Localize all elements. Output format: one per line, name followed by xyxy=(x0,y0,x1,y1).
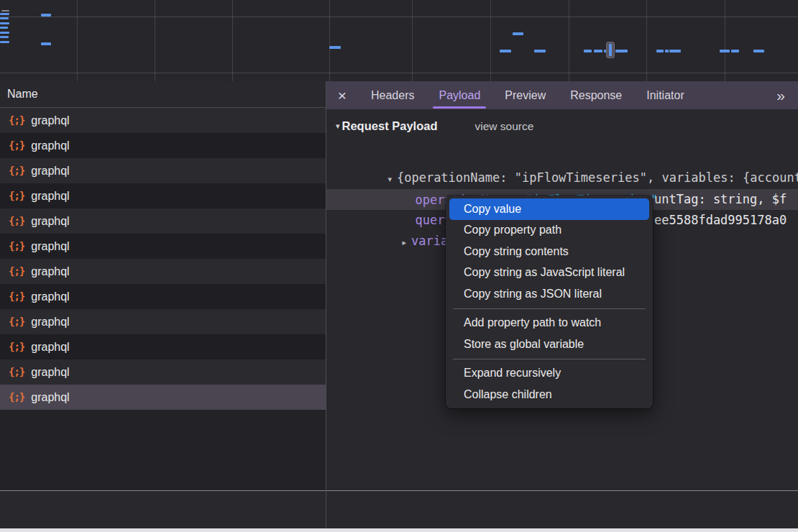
menu-item-copy-string-contents[interactable]: Copy string contents xyxy=(449,241,649,262)
request-name: graphql xyxy=(31,190,69,203)
timeline-gridline xyxy=(0,73,798,73)
request-waterfall-bar[interactable] xyxy=(594,50,602,52)
table-row[interactable]: {;}graphql xyxy=(0,284,326,309)
request-waterfall-bar[interactable] xyxy=(0,32,9,34)
timeline-gridline xyxy=(0,17,798,17)
json-request-icon: {;} xyxy=(9,265,24,277)
timeline-gridline xyxy=(725,0,725,81)
request-waterfall-bar[interactable] xyxy=(513,32,523,35)
request-waterfall-bar[interactable] xyxy=(753,50,764,52)
request-name: graphql xyxy=(31,114,69,127)
request-name: graphql xyxy=(31,265,69,278)
table-row[interactable]: {;}graphql xyxy=(0,133,326,158)
json-request-icon: {;} xyxy=(9,316,24,327)
table-row[interactable]: {;}graphql xyxy=(0,208,326,234)
footer-divider xyxy=(0,490,798,491)
table-row[interactable]: {;}graphql xyxy=(0,309,326,334)
json-request-icon: {;} xyxy=(9,114,24,126)
request-waterfall-bar[interactable] xyxy=(41,42,51,45)
summary-footer xyxy=(0,491,798,528)
request-waterfall-bar[interactable] xyxy=(584,50,592,52)
operation-name-row[interactable]: operationName: "ipFlowTimeseries" xyxy=(371,169,658,190)
requests-panel: Name {;}graphql{;}graphql{;}graphql{;}gr… xyxy=(0,81,326,490)
request-name: graphql xyxy=(31,391,69,404)
request-waterfall-bar[interactable] xyxy=(0,41,9,43)
request-name: graphql xyxy=(31,341,69,354)
more-tabs-icon[interactable]: » xyxy=(776,87,798,104)
query-row-fragment: untTag: string, $f xyxy=(654,189,786,210)
menu-separator xyxy=(453,359,646,359)
table-row[interactable]: {;}graphql xyxy=(0,183,326,208)
request-payload-header: ▾ Request Payload view source xyxy=(336,119,533,133)
request-waterfall-bar[interactable] xyxy=(656,50,664,52)
payload-root-row[interactable]: ▾{operationName: "ipFlowTimeseries", var… xyxy=(344,147,798,168)
timeline-gridline xyxy=(329,0,330,81)
request-name: graphql xyxy=(31,366,69,379)
request-waterfall-bar[interactable] xyxy=(41,14,51,17)
menu-item-copy-string-as-javascript-literal[interactable]: Copy string as JavaScript literal xyxy=(449,262,649,284)
request-waterfall-bar[interactable] xyxy=(669,50,681,52)
menu-item-expand-recursively[interactable]: Expand recursively xyxy=(449,363,649,385)
table-row[interactable]: {;}graphql xyxy=(0,158,326,183)
view-source-link[interactable]: view source xyxy=(475,120,534,133)
request-waterfall-bar[interactable] xyxy=(615,50,628,52)
timeline-gridline xyxy=(155,0,155,81)
request-waterfall-bar[interactable] xyxy=(0,22,9,24)
request-waterfall-bar[interactable] xyxy=(720,50,730,52)
request-waterfall-bar[interactable] xyxy=(0,36,9,38)
table-row[interactable]: {;}graphql xyxy=(0,259,326,284)
panel-split-divider[interactable] xyxy=(326,81,326,528)
section-title: Request Payload xyxy=(342,119,438,133)
collapse-triangle-icon[interactable]: ▾ xyxy=(336,121,340,131)
table-row[interactable]: {;}graphql xyxy=(0,359,326,385)
tab-payload[interactable]: Payload xyxy=(426,81,492,109)
json-request-icon: {;} xyxy=(9,190,24,201)
request-waterfall-bar[interactable] xyxy=(731,50,739,52)
request-waterfall-bar[interactable] xyxy=(329,46,341,49)
menu-item-add-property-path-to-watch[interactable]: Add property path to watch xyxy=(449,313,649,334)
detail-tab-bar: × HeadersPayloadPreviewResponseInitiator… xyxy=(326,81,798,109)
timeline-gridline xyxy=(232,0,233,81)
menu-separator xyxy=(453,308,646,309)
table-row[interactable]: {;}graphql xyxy=(0,108,326,133)
selected-request-marker xyxy=(606,42,615,58)
table-row[interactable]: {;}graphql xyxy=(0,385,326,410)
menu-item-copy-value[interactable]: Copy value xyxy=(449,198,649,220)
collapsed-triangle-icon[interactable]: ▸ xyxy=(402,238,406,247)
json-request-icon: {;} xyxy=(9,290,24,302)
menu-item-copy-string-as-json-literal[interactable]: Copy string as JSON literal xyxy=(449,283,649,305)
table-row[interactable]: {;}graphql xyxy=(0,234,326,259)
json-request-icon: {;} xyxy=(9,366,24,377)
request-name: graphql xyxy=(31,165,69,178)
request-list: {;}graphql{;}graphql{;}graphql{;}graphql… xyxy=(0,108,326,410)
menu-item-collapse-children[interactable]: Collapse children xyxy=(449,384,649,405)
name-column-header[interactable]: Name xyxy=(0,81,326,108)
request-waterfall-bar[interactable] xyxy=(1,10,9,12)
request-waterfall-bar[interactable] xyxy=(0,13,9,15)
tab-preview[interactable]: Preview xyxy=(492,81,558,109)
tab-headers[interactable]: Headers xyxy=(359,81,426,109)
tab-response[interactable]: Response xyxy=(558,81,634,109)
request-name: graphql xyxy=(31,139,69,152)
json-request-icon: {;} xyxy=(9,240,24,252)
request-waterfall-bar[interactable] xyxy=(0,17,9,19)
timeline-gridline xyxy=(77,0,78,81)
json-request-icon: {;} xyxy=(9,165,24,176)
menu-item-store-as-global-variable[interactable]: Store as global variable xyxy=(449,334,649,355)
close-icon[interactable]: × xyxy=(326,87,359,104)
request-waterfall-bar[interactable] xyxy=(0,27,8,29)
menu-item-copy-property-path[interactable]: Copy property path xyxy=(449,220,649,242)
context-menu: Copy valueCopy property pathCopy string … xyxy=(446,196,653,408)
request-name: graphql xyxy=(31,290,69,303)
network-overview-timeline[interactable] xyxy=(0,0,798,81)
request-waterfall-bar[interactable] xyxy=(665,50,669,52)
timeline-gridline xyxy=(412,0,413,81)
table-row[interactable]: {;}graphql xyxy=(0,334,326,359)
request-waterfall-bar[interactable] xyxy=(534,50,546,52)
request-name: graphql xyxy=(31,215,69,228)
json-request-icon: {;} xyxy=(9,341,24,352)
request-name: graphql xyxy=(31,240,69,253)
tab-initiator[interactable]: Initiator xyxy=(634,81,696,109)
json-request-icon: {;} xyxy=(9,139,24,151)
request-waterfall-bar[interactable] xyxy=(500,50,511,52)
